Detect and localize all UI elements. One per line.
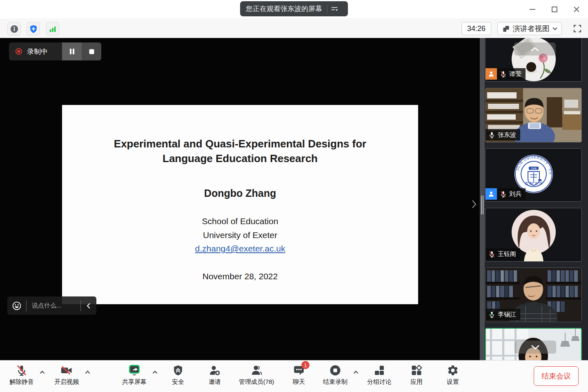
participant-tile[interactable]: 李锡江 [485, 267, 582, 322]
participant-label: 王钰阁 [486, 248, 520, 260]
chat-button[interactable]: 1 聊天 [278, 363, 319, 386]
expand-panel-icon[interactable] [469, 198, 479, 210]
recording-indicator: 录制中 [9, 42, 101, 60]
slide-date: November 28, 2022 [62, 272, 418, 281]
participants-panel: 谭莹 [485, 38, 588, 360]
unmute-label: 解除静音 [1, 378, 42, 386]
mic-speaking-icon [488, 311, 496, 318]
share-screen-button[interactable]: 共享屏幕 [114, 363, 155, 386]
apps-label: 应用 [396, 378, 437, 386]
participant-label: 李锡江 [486, 309, 520, 320]
timer-value: 34:26 [467, 24, 486, 33]
collapse-chat-bar-icon[interactable] [81, 303, 96, 309]
raised-hand-badge-icon [486, 68, 497, 80]
view-mode-button[interactable]: 演讲者视图 [497, 22, 562, 35]
svg-text:吉 林 大 学: 吉 林 大 学 [525, 181, 543, 185]
drag-handle-icon [481, 196, 483, 214]
apps-button[interactable]: 应用 [396, 363, 437, 386]
chevron-down-icon [552, 27, 557, 30]
participant-tile[interactable]: 谭莹 [485, 38, 582, 82]
slide-email-link[interactable]: d.zhang4@exeter.ac.uk [62, 244, 418, 254]
fullscreen-button[interactable] [571, 22, 583, 34]
end-meeting-button[interactable]: 结束会议 [534, 366, 579, 386]
participant-name: 刘兵 [509, 190, 521, 198]
stop-recording-button[interactable] [82, 42, 101, 60]
stop-recording-label: 结束录制 [315, 378, 356, 386]
raised-hand-badge-icon [486, 188, 497, 200]
presentation-slide: Experimental and Quasi-Experimental Desi… [62, 105, 418, 304]
svg-text:1946: 1946 [531, 167, 537, 170]
meeting-topbar: 34:26 演讲者视图 [0, 18, 588, 38]
security-shield-icon [172, 364, 184, 376]
fullscreen-icon [572, 24, 582, 33]
camera-off-icon [60, 364, 73, 376]
participant-tile[interactable]: 张东波 [485, 88, 582, 143]
slide-affiliation2: University of Exeter [62, 230, 418, 240]
screen-share-banner: 您正在观看张东波的屏幕 [240, 1, 348, 16]
stop-record-icon [329, 364, 341, 376]
scroll-participants-up-button[interactable] [514, 42, 556, 56]
network-quality-button[interactable] [46, 22, 59, 36]
start-video-button[interactable]: 开启视频 [46, 363, 87, 386]
slide-author: Dongbo Zhang [62, 187, 418, 199]
window-controls [524, 0, 585, 18]
emoji-icon[interactable] [7, 301, 26, 311]
mic-on-icon [488, 131, 496, 139]
audio-options-caret[interactable] [39, 370, 45, 374]
participant-tile[interactable]: 王钰阁 [485, 208, 582, 262]
security-button[interactable]: 安全 [158, 363, 198, 386]
participant-tile[interactable]: JILIN UNIVERSITY · CHINA 1946 吉 林 大 学 刘兵 [485, 148, 582, 202]
mic-muted-icon [499, 70, 507, 78]
shield-plus-icon [29, 24, 38, 33]
recording-options-caret[interactable] [352, 370, 359, 374]
mic-muted-icon [499, 190, 507, 198]
window-titlebar: 您正在观看张东波的屏幕 [0, 0, 588, 18]
recording-status-label: 录制中 [27, 47, 48, 56]
pause-recording-button[interactable] [62, 42, 82, 60]
minimize-icon[interactable] [524, 2, 541, 17]
participant-label: 谭莹 [486, 68, 526, 80]
view-mode-label: 演讲者视图 [513, 24, 550, 33]
share-options-caret[interactable] [151, 370, 158, 374]
meeting-timer: 34:26 [461, 22, 491, 35]
settings-button[interactable]: 设置 [432, 363, 473, 386]
screen-share-banner-text: 您正在观看张东波的屏幕 [240, 4, 327, 13]
pause-icon [69, 48, 75, 55]
meeting-toolbar: 解除静音 开启视频 共享屏幕 安全 邀请 管理成员(78) 1 聊天 结束 [0, 360, 588, 392]
record-dot-icon [15, 47, 23, 56]
participant-name: 李锡江 [498, 311, 516, 318]
chat-label: 聊天 [278, 378, 319, 386]
security-label: 安全 [158, 378, 198, 386]
participant-label: 刘兵 [486, 188, 526, 200]
mic-muted-icon [16, 364, 28, 376]
breakout-rooms-button[interactable]: 分组讨论 [359, 363, 400, 386]
chevron-down-icon [530, 345, 540, 350]
participants-icon [250, 364, 263, 376]
panel-resize-handle[interactable] [480, 38, 485, 360]
slide-title-line2: Language Education Research [62, 152, 418, 165]
close-icon[interactable] [568, 2, 585, 17]
maximize-icon[interactable] [546, 2, 563, 17]
stop-recording-button[interactable]: 结束录制 [315, 363, 356, 386]
settings-label: 设置 [432, 378, 473, 386]
meeting-info-button[interactable] [7, 22, 21, 36]
manage-participants-button[interactable]: 管理成员(78) [228, 363, 285, 386]
share-screen-label: 共享屏幕 [114, 378, 155, 386]
screen-share-area: 录制中 Experimental and Quasi-Experimental … [0, 38, 480, 360]
participant-tile-active[interactable] [485, 328, 582, 360]
scroll-participants-down-button[interactable] [514, 341, 556, 354]
share-options-menu-icon[interactable] [327, 4, 341, 13]
quick-chat-bar: 说点什么... [7, 296, 96, 315]
unmute-button[interactable]: 解除静音 [1, 363, 42, 386]
security-shield-button[interactable] [27, 22, 40, 36]
signal-bars-icon [48, 24, 57, 33]
chevron-up-icon [530, 47, 540, 52]
video-options-caret[interactable] [84, 370, 91, 374]
chat-message-input[interactable]: 说点什么... [27, 302, 80, 310]
share-screen-icon [128, 364, 140, 376]
participant-name: 张东波 [498, 131, 516, 139]
gear-icon [447, 364, 459, 376]
slide-title-line1: Experimental and Quasi-Experimental Desi… [62, 138, 418, 150]
chat-unread-badge: 1 [301, 361, 310, 369]
breakout-rooms-label: 分组讨论 [359, 378, 400, 386]
